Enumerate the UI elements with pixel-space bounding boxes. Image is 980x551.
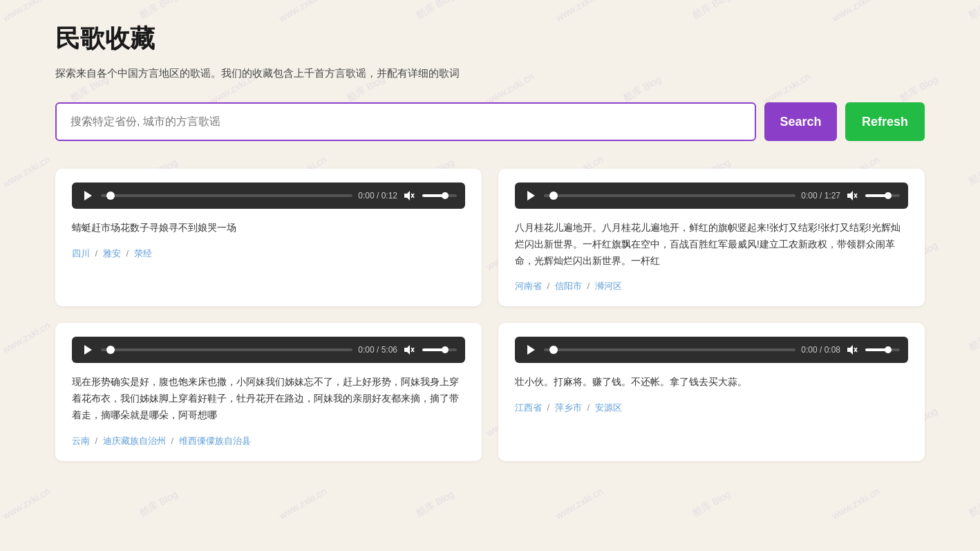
card-lyrics: 壮小伙。打麻将。赚了钱。不还帐。拿了钱去买大蒜。 [515, 374, 908, 391]
audio-player: 0:00 / 1:27 [515, 183, 908, 209]
svg-marker-4 [527, 191, 535, 200]
time-display: 0:00 / 0:12 [358, 191, 397, 200]
audio-player: 0:00 / 0:08 [515, 337, 908, 363]
mute-button[interactable] [403, 343, 417, 357]
svg-marker-13 [847, 345, 853, 355]
card-lyrics: 八月桂花儿遍地开。八月桂花儿遍地开，鲜红的旗帜竖起来!张灯又结彩!张灯又结彩!光… [515, 220, 908, 269]
search-input[interactable] [55, 102, 756, 141]
refresh-button[interactable]: Refresh [845, 102, 925, 141]
location-link[interactable]: 维西傈僳族自治县 [179, 436, 251, 446]
mute-button[interactable] [846, 189, 860, 203]
location-link[interactable]: 浉河区 [595, 281, 622, 291]
location-link[interactable]: 荥经 [134, 248, 152, 259]
svg-marker-8 [84, 345, 92, 355]
play-button[interactable] [80, 342, 95, 357]
page-container: 民歌收藏 探索来自各个中国方言地区的歌谣。我们的收藏包含上千首方言歌谣，并配有详… [0, 0, 980, 483]
card-location: 河南省 / 信阳市 / 浉河区 [515, 280, 908, 292]
time-display: 0:00 / 5:06 [358, 345, 397, 355]
play-button[interactable] [523, 188, 538, 203]
progress-track[interactable] [101, 194, 352, 197]
card-lyrics: 现在形势确实是好，腹也饱来床也撒，小阿妹我们姊妹忘不了，赶上好形势，阿妹我身上穿… [72, 374, 465, 423]
volume-track[interactable] [865, 194, 900, 197]
location-link[interactable]: 信阳市 [555, 281, 582, 291]
page-title: 民歌收藏 [55, 22, 925, 56]
card-location: 江西省 / 萍乡市 / 安源区 [515, 402, 908, 414]
mute-button[interactable] [846, 343, 860, 357]
svg-marker-9 [404, 345, 410, 355]
search-button[interactable]: Search [764, 102, 837, 141]
song-card: 0:00 / 0:12 蜻蜓赶市场花数子寻娘寻不到娘哭一场 四川 / 雅安 / … [55, 169, 482, 306]
volume-track[interactable] [422, 348, 457, 351]
location-link[interactable]: 河南省 [515, 281, 542, 291]
card-location: 云南 / 迪庆藏族自治州 / 维西傈僳族自治县 [72, 435, 465, 447]
progress-track[interactable] [544, 348, 795, 351]
song-card: 0:00 / 5:06 现在形势确实是好，腹也饱来床也撒，小阿妹我们姊妹忘不了，… [55, 323, 482, 460]
audio-player: 0:00 / 5:06 [72, 337, 465, 363]
location-link[interactable]: 安源区 [595, 402, 622, 413]
song-card: 0:00 / 1:27 八月桂花儿遍地开。八月桂花儿遍地开，鲜红的旗帜竖起来!张… [498, 169, 925, 306]
page-subtitle: 探索来自各个中国方言地区的歌谣。我们的收藏包含上千首方言歌谣，并配有详细的歌词 [55, 67, 925, 80]
location-link[interactable]: 雅安 [103, 248, 121, 259]
volume-track[interactable] [865, 348, 900, 351]
play-button[interactable] [523, 342, 538, 357]
time-display: 0:00 / 1:27 [801, 191, 840, 200]
mute-button[interactable] [403, 189, 417, 203]
location-link[interactable]: 迪庆藏族自治州 [103, 436, 166, 446]
location-link[interactable]: 云南 [72, 436, 90, 446]
svg-marker-1 [404, 191, 410, 200]
search-row: Search Refresh [55, 102, 925, 141]
progress-track[interactable] [101, 348, 352, 351]
cards-grid: 0:00 / 0:12 蜻蜓赶市场花数子寻娘寻不到娘哭一场 四川 / 雅安 / … [55, 169, 925, 461]
audio-player: 0:00 / 0:12 [72, 183, 465, 209]
song-card: 0:00 / 0:08 壮小伙。打麻将。赚了钱。不还帐。拿了钱去买大蒜。 江西省… [498, 323, 925, 460]
card-lyrics: 蜻蜓赶市场花数子寻娘寻不到娘哭一场 [72, 220, 465, 236]
location-link[interactable]: 萍乡市 [555, 402, 582, 413]
play-button[interactable] [80, 188, 95, 203]
volume-track[interactable] [422, 194, 457, 197]
svg-marker-0 [84, 191, 92, 200]
svg-marker-5 [847, 191, 853, 200]
svg-marker-12 [527, 345, 535, 355]
progress-track[interactable] [544, 194, 795, 197]
card-location: 四川 / 雅安 / 荥经 [72, 248, 465, 260]
location-link[interactable]: 四川 [72, 248, 90, 259]
location-link[interactable]: 江西省 [515, 402, 542, 413]
time-display: 0:00 / 0:08 [801, 345, 840, 355]
